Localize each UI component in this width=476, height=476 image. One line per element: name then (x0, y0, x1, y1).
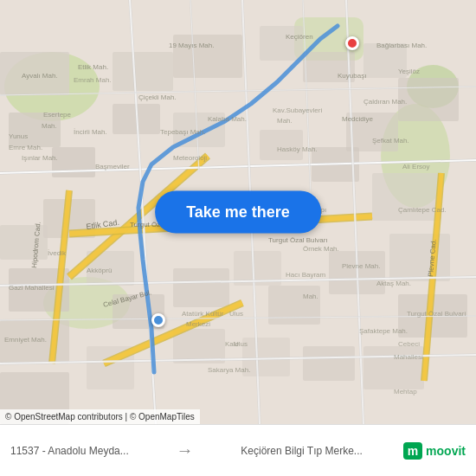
svg-text:Çaldıran Mah.: Çaldıran Mah. (363, 98, 407, 106)
svg-text:Akköprü: Akköprü (87, 267, 112, 274)
svg-text:Kalaba Mah.: Kalaba Mah. (208, 115, 247, 123)
svg-rect-8 (52, 147, 95, 177)
svg-text:Mah.: Mah. (303, 293, 318, 300)
svg-text:Hacı Bayram: Hacı Bayram (286, 271, 326, 279)
svg-rect-9 (113, 52, 173, 91)
svg-text:Tepebaşı Mah.: Tepebaşı Mah. (160, 128, 205, 136)
svg-text:Plevne Mah.: Plevne Mah. (342, 262, 380, 270)
svg-text:Atatürk Kültür: Atatürk Kültür (182, 310, 224, 318)
footer-arrow: → (170, 441, 201, 460)
svg-text:Keçiören: Keçiören (286, 33, 313, 41)
svg-text:Turgut Özal Bulvarı: Turgut Özal Bulvarı (268, 236, 328, 244)
svg-text:Turgut Özal Bulvari: Turgut Özal Bulvari (407, 310, 466, 318)
svg-rect-31 (389, 234, 450, 281)
footer-destination: Keçiören Bilgi Tıp Merke... (241, 445, 363, 457)
svg-text:İncirli Mah.: İncirli Mah. (74, 128, 107, 136)
moovit-letter: m (403, 442, 422, 460)
destination-label: Keçiören Bilgi Tıp Merke... (241, 445, 363, 457)
map-container: Etlik Cad. Turgut Özal Bulvarı Celal Bay… (0, 0, 476, 424)
svg-text:Ulus: Ulus (229, 310, 243, 318)
svg-text:Cebeci: Cebeci (398, 340, 420, 348)
svg-text:Gazi Mahallesi: Gazi Mahallesi (9, 284, 55, 292)
svg-text:Işınlar Mah.: Işınlar Mah. (22, 154, 58, 162)
svg-text:Merkezi: Merkezi (186, 320, 210, 328)
svg-text:Mah.: Mah. (42, 122, 57, 130)
svg-text:Mah.: Mah. (277, 117, 293, 125)
take-me-there-button[interactable]: Take me there (155, 191, 321, 234)
destination-pin (345, 36, 359, 50)
svg-text:Çamlıtepe Cad.: Çamlıtepe Cad. (398, 206, 447, 214)
svg-text:Çiçekli Mah.: Çiçekli Mah. (138, 93, 177, 101)
svg-text:Başmeviler: Başmeviler (95, 163, 130, 170)
svg-text:Şafaktepe Mah.: Şafaktepe Mah. (359, 327, 408, 335)
svg-text:Emrah Mah.: Emrah Mah. (74, 76, 112, 84)
svg-text:Mahallesi: Mahallesi (394, 353, 423, 361)
svg-text:Kav.Subayevleri: Kav.Subayevleri (273, 106, 322, 114)
svg-rect-27 (173, 268, 229, 307)
svg-text:Mehtap: Mehtap (394, 388, 417, 396)
map-attribution: © OpenStreetMap contributors | © OpenMap… (0, 409, 200, 424)
svg-text:Esertepe: Esertepe (43, 111, 72, 119)
svg-text:Meteoroloji: Meteoroloji (173, 154, 207, 162)
svg-text:Örnek Mah.: Örnek Mah. (303, 245, 339, 253)
destination-pin-circle (345, 36, 359, 50)
svg-text:Emniyet Mah.: Emniyet Mah. (4, 336, 47, 344)
svg-text:İvedik: İvedik (48, 249, 67, 257)
svg-text:Hasköy Mah.: Hasköy Mah. (277, 145, 318, 153)
svg-text:Kale: Kale (225, 340, 240, 348)
footer-origin: 11537 - Anadolu Meyda... (10, 445, 129, 457)
svg-rect-14 (398, 78, 459, 121)
svg-text:Medcidiye: Medcidiye (342, 115, 374, 123)
svg-text:Kuyubaşı: Kuyubaşı (338, 72, 366, 80)
origin-pin (151, 313, 165, 327)
svg-rect-29 (268, 286, 320, 325)
svg-text:Ali Ersoy: Ali Ersoy (402, 163, 430, 170)
origin-label: 11537 - Anadolu Meyda... (10, 445, 129, 457)
moovit-brand: moovit (426, 444, 466, 458)
svg-text:Bağlarbası Mah.: Bağlarbası Mah. (376, 42, 427, 49)
svg-text:Yeşilöz: Yeşilöz (398, 68, 420, 75)
moovit-logo: m moovit (403, 442, 466, 460)
origin-pin-circle (151, 313, 165, 327)
svg-text:Etlik Mah.: Etlik Mah. (78, 63, 108, 71)
svg-rect-35 (303, 346, 355, 381)
svg-text:19 Mayıs Mah.: 19 Mayıs Mah. (169, 42, 214, 49)
svg-rect-11 (260, 26, 303, 61)
footer: 11537 - Anadolu Meyda... → Keçiören Bilg… (0, 424, 476, 476)
svg-text:Aktaş Mah.: Aktaş Mah. (376, 280, 411, 287)
svg-text:Emre Mah.: Emre Mah. (9, 144, 42, 151)
svg-text:Şefkat Mah.: Şefkat Mah. (372, 137, 409, 145)
svg-text:Sakarya Mah.: Sakarya Mah. (208, 366, 250, 374)
svg-text:Yunus: Yunus (9, 132, 28, 140)
svg-text:Ayvalı Mah.: Ayvalı Mah. (22, 72, 58, 80)
